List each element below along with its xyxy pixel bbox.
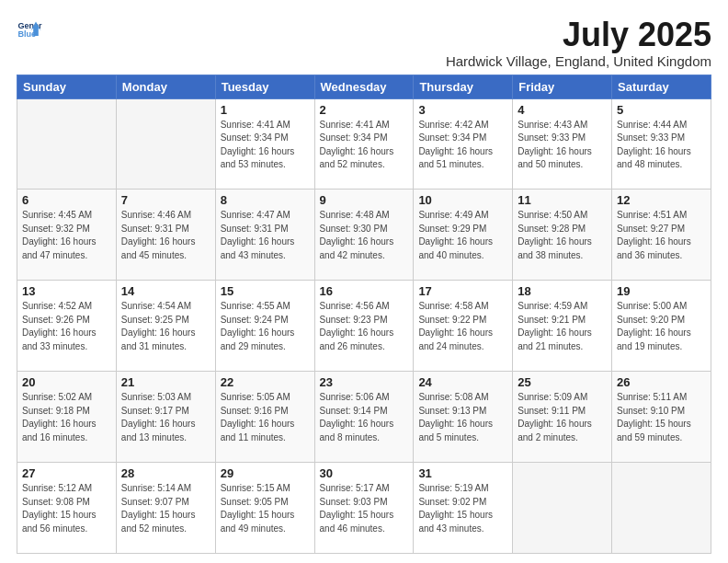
calendar-cell: 19Sunrise: 5:00 AMSunset: 9:20 PMDayligh… <box>612 281 711 372</box>
calendar-cell <box>17 98 117 190</box>
day-number: 17 <box>418 284 507 298</box>
day-info: Sunrise: 5:11 AMSunset: 9:10 PMDaylight:… <box>617 391 706 444</box>
calendar-cell: 25Sunrise: 5:09 AMSunset: 9:11 PMDayligh… <box>513 372 612 463</box>
calendar-table: SundayMondayTuesdayWednesdayThursdayFrid… <box>17 75 711 554</box>
calendar-cell: 17Sunrise: 4:58 AMSunset: 9:22 PMDayligh… <box>414 281 513 372</box>
day-info: Sunrise: 5:05 AMSunset: 9:16 PMDaylight:… <box>221 391 310 444</box>
day-info: Sunrise: 4:49 AMSunset: 9:29 PMDaylight:… <box>418 209 507 262</box>
day-info: Sunrise: 4:55 AMSunset: 9:24 PMDaylight:… <box>221 300 310 353</box>
day-info: Sunrise: 5:19 AMSunset: 9:02 PMDaylight:… <box>418 482 507 535</box>
calendar-cell: 4Sunrise: 4:43 AMSunset: 9:33 PMDaylight… <box>513 98 612 190</box>
day-number: 30 <box>320 466 409 480</box>
day-info: Sunrise: 5:02 AMSunset: 9:18 PMDaylight:… <box>22 391 111 444</box>
day-info: Sunrise: 4:41 AMSunset: 9:34 PMDaylight:… <box>221 119 310 172</box>
day-info: Sunrise: 4:54 AMSunset: 9:25 PMDaylight:… <box>121 300 210 353</box>
day-number: 23 <box>320 375 409 389</box>
day-number: 14 <box>121 284 210 298</box>
day-info: Sunrise: 4:50 AMSunset: 9:28 PMDaylight:… <box>518 209 607 262</box>
day-info: Sunrise: 5:14 AMSunset: 9:07 PMDaylight:… <box>121 482 210 535</box>
calendar-cell: 11Sunrise: 4:50 AMSunset: 9:28 PMDayligh… <box>513 190 612 281</box>
calendar-cell: 15Sunrise: 4:55 AMSunset: 9:24 PMDayligh… <box>215 281 314 372</box>
day-number: 4 <box>518 103 607 117</box>
day-info: Sunrise: 4:52 AMSunset: 9:26 PMDaylight:… <box>22 300 111 353</box>
svg-text:General: General <box>17 21 42 30</box>
day-number: 6 <box>22 193 111 207</box>
weekday-header-saturday: Saturday <box>612 75 711 98</box>
calendar-cell: 6Sunrise: 4:45 AMSunset: 9:32 PMDaylight… <box>17 190 117 281</box>
day-number: 29 <box>221 466 310 480</box>
calendar-cell: 9Sunrise: 4:48 AMSunset: 9:30 PMDaylight… <box>314 190 414 281</box>
day-info: Sunrise: 4:46 AMSunset: 9:31 PMDaylight:… <box>121 209 210 262</box>
day-info: Sunrise: 5:12 AMSunset: 9:08 PMDaylight:… <box>22 482 111 535</box>
weekday-header-monday: Monday <box>116 75 215 98</box>
calendar-cell: 7Sunrise: 4:46 AMSunset: 9:31 PMDaylight… <box>116 190 215 281</box>
calendar-cell: 28Sunrise: 5:14 AMSunset: 9:07 PMDayligh… <box>116 463 215 554</box>
day-info: Sunrise: 4:45 AMSunset: 9:32 PMDaylight:… <box>22 209 111 262</box>
calendar-cell: 29Sunrise: 5:15 AMSunset: 9:05 PMDayligh… <box>215 463 314 554</box>
day-number: 21 <box>121 375 210 389</box>
day-number: 12 <box>617 193 706 207</box>
calendar-week-3: 13Sunrise: 4:52 AMSunset: 9:26 PMDayligh… <box>17 281 711 372</box>
calendar-cell: 12Sunrise: 4:51 AMSunset: 9:27 PMDayligh… <box>612 190 711 281</box>
day-number: 13 <box>22 284 111 298</box>
calendar-cell: 21Sunrise: 5:03 AMSunset: 9:17 PMDayligh… <box>116 372 215 463</box>
title-section: July 2025 Hardwick Village, England, Uni… <box>446 17 711 69</box>
day-number: 31 <box>418 466 507 480</box>
calendar-cell: 13Sunrise: 4:52 AMSunset: 9:26 PMDayligh… <box>17 281 117 372</box>
day-number: 28 <box>121 466 210 480</box>
calendar-cell <box>612 463 711 554</box>
day-info: Sunrise: 4:44 AMSunset: 9:33 PMDaylight:… <box>617 119 706 172</box>
calendar-cell: 10Sunrise: 4:49 AMSunset: 9:29 PMDayligh… <box>414 190 513 281</box>
day-number: 26 <box>617 375 706 389</box>
day-info: Sunrise: 4:47 AMSunset: 9:31 PMDaylight:… <box>221 209 310 262</box>
day-number: 19 <box>617 284 706 298</box>
weekday-header-tuesday: Tuesday <box>215 75 314 98</box>
day-info: Sunrise: 5:03 AMSunset: 9:17 PMDaylight:… <box>121 391 210 444</box>
calendar-week-1: 1Sunrise: 4:41 AMSunset: 9:34 PMDaylight… <box>17 98 711 190</box>
day-number: 16 <box>320 284 409 298</box>
day-info: Sunrise: 5:15 AMSunset: 9:05 PMDaylight:… <box>221 482 310 535</box>
calendar-cell: 26Sunrise: 5:11 AMSunset: 9:10 PMDayligh… <box>612 372 711 463</box>
day-info: Sunrise: 5:08 AMSunset: 9:13 PMDaylight:… <box>418 391 507 444</box>
calendar-cell: 23Sunrise: 5:06 AMSunset: 9:14 PMDayligh… <box>314 372 414 463</box>
calendar-week-4: 20Sunrise: 5:02 AMSunset: 9:18 PMDayligh… <box>17 372 711 463</box>
main-title: July 2025 <box>446 17 711 53</box>
day-number: 10 <box>418 193 507 207</box>
day-number: 24 <box>418 375 507 389</box>
calendar-cell <box>116 98 215 190</box>
day-number: 3 <box>418 103 507 117</box>
calendar-cell: 22Sunrise: 5:05 AMSunset: 9:16 PMDayligh… <box>215 372 314 463</box>
day-number: 18 <box>518 284 607 298</box>
weekday-header-row: SundayMondayTuesdayWednesdayThursdayFrid… <box>17 75 711 98</box>
calendar-week-2: 6Sunrise: 4:45 AMSunset: 9:32 PMDaylight… <box>17 190 711 281</box>
day-info: Sunrise: 4:51 AMSunset: 9:27 PMDaylight:… <box>617 209 706 262</box>
day-info: Sunrise: 5:17 AMSunset: 9:03 PMDaylight:… <box>320 482 409 535</box>
svg-text:Blue: Blue <box>17 29 36 39</box>
logo-icon: General Blue <box>17 17 42 42</box>
calendar-cell: 14Sunrise: 4:54 AMSunset: 9:25 PMDayligh… <box>116 281 215 372</box>
page-header: General Blue July 2025 Hardwick Village,… <box>17 17 711 69</box>
calendar-cell: 3Sunrise: 4:42 AMSunset: 9:34 PMDaylight… <box>414 98 513 190</box>
day-number: 1 <box>221 103 310 117</box>
calendar-cell: 5Sunrise: 4:44 AMSunset: 9:33 PMDaylight… <box>612 98 711 190</box>
day-number: 27 <box>22 466 111 480</box>
calendar-cell: 16Sunrise: 4:56 AMSunset: 9:23 PMDayligh… <box>314 281 414 372</box>
day-number: 7 <box>121 193 210 207</box>
calendar-cell: 18Sunrise: 4:59 AMSunset: 9:21 PMDayligh… <box>513 281 612 372</box>
subtitle: Hardwick Village, England, United Kingdo… <box>446 53 711 69</box>
weekday-header-wednesday: Wednesday <box>314 75 414 98</box>
weekday-header-sunday: Sunday <box>17 75 117 98</box>
calendar-cell: 1Sunrise: 4:41 AMSunset: 9:34 PMDaylight… <box>215 98 314 190</box>
day-info: Sunrise: 4:42 AMSunset: 9:34 PMDaylight:… <box>418 119 507 172</box>
calendar-cell: 20Sunrise: 5:02 AMSunset: 9:18 PMDayligh… <box>17 372 117 463</box>
calendar-week-5: 27Sunrise: 5:12 AMSunset: 9:08 PMDayligh… <box>17 463 711 554</box>
day-info: Sunrise: 5:00 AMSunset: 9:20 PMDaylight:… <box>617 300 706 353</box>
calendar-cell: 8Sunrise: 4:47 AMSunset: 9:31 PMDaylight… <box>215 190 314 281</box>
weekday-header-friday: Friday <box>513 75 612 98</box>
calendar-cell: 31Sunrise: 5:19 AMSunset: 9:02 PMDayligh… <box>414 463 513 554</box>
day-number: 11 <box>518 193 607 207</box>
day-info: Sunrise: 4:58 AMSunset: 9:22 PMDaylight:… <box>418 300 507 353</box>
day-number: 2 <box>320 103 409 117</box>
day-number: 22 <box>221 375 310 389</box>
day-info: Sunrise: 4:59 AMSunset: 9:21 PMDaylight:… <box>518 300 607 353</box>
